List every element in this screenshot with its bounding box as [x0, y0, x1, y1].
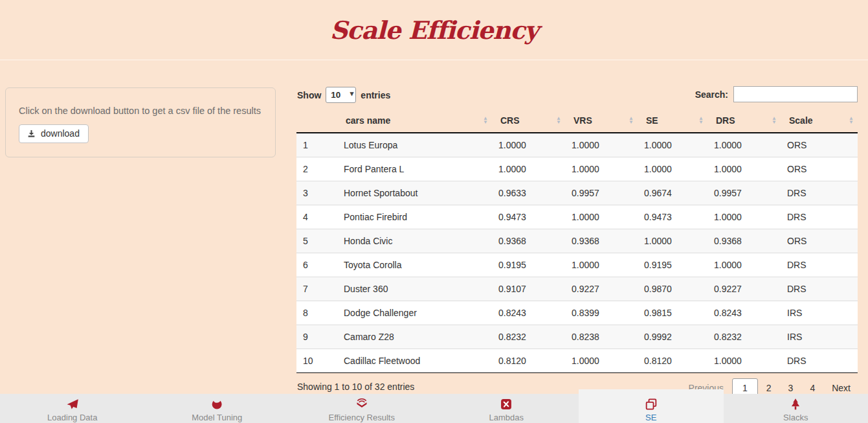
column-header-label: DRS [716, 115, 735, 126]
table-row: 5Honda Civic0.93680.93681.00000.9368ORS [296, 229, 858, 253]
column-header-label: SE [646, 115, 658, 126]
page-title: Scale Efficiency [330, 16, 539, 45]
table-cell: 0.8238 [565, 325, 638, 349]
sort-icon: ▲▼ [629, 117, 634, 124]
results-table: cars name▲▼CRS▲▼VRS▲▼SE▲▼DRS▲▼Scale▲▼ 1L… [296, 109, 858, 373]
table-cell: 0.8232 [707, 325, 781, 349]
sort-icon: ▲▼ [849, 117, 854, 124]
download-icon [27, 129, 36, 139]
search-input[interactable] [733, 86, 858, 102]
nav-tab-se[interactable]: SE [579, 389, 724, 423]
row-number-cell: 3 [296, 181, 337, 205]
table-cell: 0.9957 [707, 181, 781, 205]
scale-efficiency-page: Scale Efficiency Click on the download b… [0, 0, 868, 423]
row-number-cell: 5 [296, 229, 337, 253]
nav-tab-label: SE [645, 413, 656, 422]
column-header-blank [296, 109, 337, 133]
table-cell: 0.9368 [492, 229, 565, 253]
column-header-crs[interactable]: CRS▲▼ [492, 109, 565, 133]
row-number-cell: 6 [296, 253, 337, 277]
column-header-cars-name[interactable]: cars name▲▼ [337, 109, 492, 133]
table-cell: DRS [781, 253, 858, 277]
page-length-select[interactable]: 10 [326, 87, 356, 103]
table-cell: 0.9227 [565, 277, 638, 301]
table-cell: 0.9957 [565, 181, 638, 205]
table-cell: ORS [781, 133, 858, 157]
nav-tab-label: Efficiency Results [329, 413, 395, 422]
column-header-vrs[interactable]: VRS▲▼ [565, 109, 638, 133]
table-cell: 0.9473 [638, 205, 707, 229]
table-cell: 0.8399 [565, 301, 638, 325]
table-cell: Hornet Sportabout [337, 181, 492, 205]
table-cell: 0.9227 [707, 277, 781, 301]
page-length-control: Show 10 entries [297, 87, 390, 103]
download-panel: Click on the download button to get a cs… [5, 87, 276, 157]
crescent-icon [209, 398, 225, 411]
table-cell: ORS [781, 157, 858, 181]
sort-icon: ▲▼ [483, 117, 488, 124]
table-cell: 1.0000 [707, 253, 781, 277]
column-header-label: Scale [789, 115, 813, 126]
table-cell: 1.0000 [565, 253, 638, 277]
table-cell: DRS [781, 205, 858, 229]
column-header-label: CRS [500, 115, 520, 126]
nav-tab-efficiency-results[interactable]: Efficiency Results [289, 394, 434, 423]
table-cell: 0.9368 [707, 229, 781, 253]
sound-waves-icon [354, 398, 370, 411]
search-control: Search: [695, 86, 858, 102]
column-header-se[interactable]: SE▲▼ [638, 109, 707, 133]
table-row: 8Dodge Challenger0.82430.83990.98150.824… [296, 301, 858, 325]
download-button[interactable]: download [19, 124, 89, 143]
table-cell: DRS [781, 181, 858, 205]
table-cell: Camaro Z28 [337, 325, 492, 349]
entries-label: entries [361, 90, 390, 100]
table-cell: 0.9992 [638, 325, 707, 349]
table-cell: 0.9870 [638, 277, 707, 301]
table-cell: ORS [781, 229, 858, 253]
nav-tab-loading-data[interactable]: Loading Data [0, 394, 145, 423]
table-row: 6Toyota Corolla0.91951.00000.91951.0000D… [296, 253, 858, 277]
sort-icon: ▲▼ [556, 117, 561, 124]
results-table-wrap: cars name▲▼CRS▲▼VRS▲▼SE▲▼DRS▲▼Scale▲▼ 1L… [296, 109, 858, 373]
row-number-cell: 1 [296, 133, 337, 157]
table-cell: Lotus Europa [337, 133, 492, 157]
row-number-cell: 7 [296, 277, 337, 301]
table-cell: 1.0000 [707, 205, 781, 229]
table-cell: 0.9473 [492, 205, 565, 229]
sort-icon: ▲▼ [772, 117, 777, 124]
table-cell: 0.9368 [565, 229, 638, 253]
table-row: 10Cadillac Fleetwood0.81201.00000.81201.… [296, 349, 858, 372]
nav-tab-label: Slacks [783, 413, 808, 422]
table-cell: 1.0000 [492, 133, 565, 157]
table-cell: 1.0000 [565, 205, 638, 229]
download-button-label: download [41, 128, 80, 139]
column-header-scale[interactable]: Scale▲▼ [781, 109, 858, 133]
table-info: Showing 1 to 10 of 32 entries [297, 382, 414, 392]
nav-tab-label: Model Tuning [192, 413, 242, 422]
column-header-label: cars name [346, 115, 390, 126]
table-cell: 1.0000 [707, 157, 781, 181]
table-cell: 0.8243 [707, 301, 781, 325]
paper-plane-icon [65, 398, 80, 411]
table-cell: 0.9815 [638, 301, 707, 325]
table-cell: 1.0000 [638, 157, 707, 181]
nav-tab-slacks[interactable]: Slacks [724, 394, 868, 423]
nav-tab-label: Lambdas [489, 413, 524, 422]
bottom-navbar: Loading DataModel TuningEfficiency Resul… [0, 394, 868, 423]
table-cell: 1.0000 [565, 349, 638, 372]
table-row: 2Ford Pantera L1.00001.00001.00001.0000O… [296, 157, 858, 181]
sort-icon: ▲▼ [698, 117, 704, 124]
table-cell: 1.0000 [638, 229, 707, 253]
download-instruction: Click on the download button to get a cs… [19, 106, 262, 116]
table-cell: 1.0000 [707, 349, 781, 372]
table-cell: 0.8232 [492, 325, 565, 349]
table-cell: Honda Civic [337, 229, 492, 253]
table-cell: 0.9633 [492, 181, 565, 205]
nav-tab-lambdas[interactable]: Lambdas [434, 394, 579, 423]
nav-tab-model-tuning[interactable]: Model Tuning [145, 394, 290, 423]
table-cell: 1.0000 [638, 133, 707, 157]
column-header-drs[interactable]: DRS▲▼ [707, 109, 781, 133]
table-cell: Cadillac Fleetwood [337, 349, 492, 372]
table-cell: DRS [781, 277, 858, 301]
table-row: 3Hornet Sportabout0.96330.99570.96740.99… [296, 181, 858, 205]
